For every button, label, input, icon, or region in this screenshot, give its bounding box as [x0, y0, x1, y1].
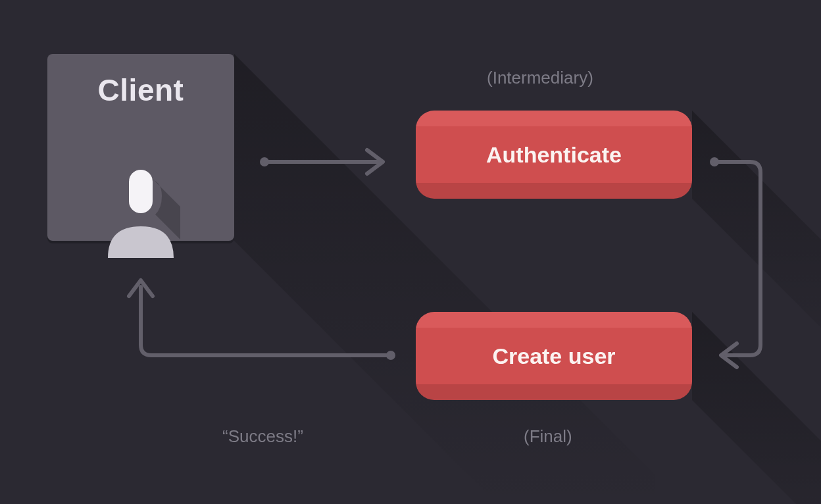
create-user-label: Create user: [416, 312, 692, 400]
authenticate-node: Authenticate: [416, 111, 692, 199]
create-user-node: Create user: [416, 312, 692, 400]
shadow: [692, 312, 821, 504]
client-node: Client: [47, 54, 234, 241]
authenticate-label: Authenticate: [416, 111, 692, 199]
authenticate-caption: (Intermediary): [487, 68, 593, 88]
diagram-stage: Client Authenticate (Intermediary) Creat…: [0, 0, 821, 504]
success-message: “Success!”: [222, 426, 303, 447]
svg-rect-0: [129, 170, 153, 213]
user-icon: [101, 166, 180, 258]
client-title: Client: [47, 72, 234, 108]
create-user-caption: (Final): [524, 426, 572, 447]
